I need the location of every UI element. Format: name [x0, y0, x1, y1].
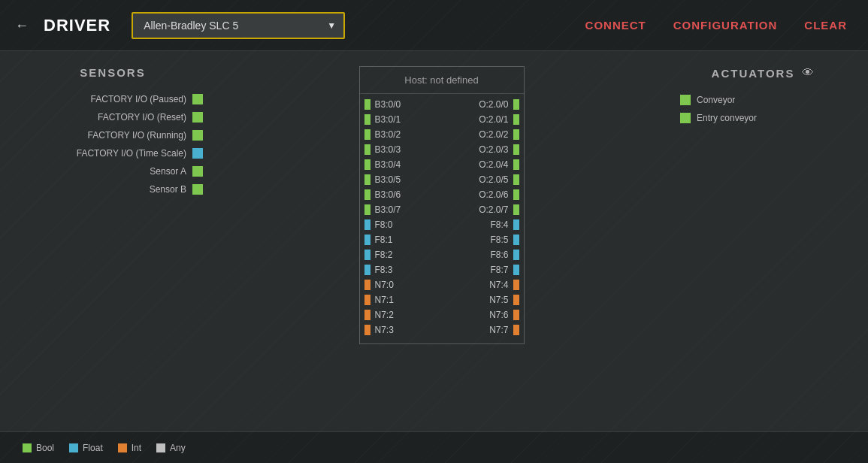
- io-right-indicator: [513, 295, 519, 305]
- io-label-right: F8:7: [443, 265, 512, 275]
- io-label-left: B3:0/0: [372, 99, 441, 110]
- sensor-indicator: [192, 184, 203, 195]
- actuator-label: Entry conveyor: [697, 113, 757, 123]
- driver-select-wrapper: Allen-Bradley SLC 5Allen-Bradley Control…: [132, 12, 345, 39]
- io-row[interactable]: F8:0 F8:4: [360, 217, 524, 232]
- io-right-indicator: [513, 159, 519, 170]
- io-label-right: F8:4: [443, 219, 512, 230]
- legend-item: Float: [69, 443, 103, 453]
- io-left-indicator: [364, 159, 370, 170]
- connect-button[interactable]: CONNECT: [579, 16, 652, 35]
- io-label-right: O:2.0/7: [443, 204, 512, 215]
- legend: Bool Float Int Any: [0, 431, 868, 463]
- back-button[interactable]: ←: [15, 19, 29, 32]
- io-left-indicator: [364, 114, 370, 125]
- sensor-label: Sensor B: [150, 184, 186, 195]
- io-row[interactable]: N7:0 N7:4: [360, 277, 524, 292]
- io-left-indicator: [364, 295, 370, 305]
- io-row[interactable]: B3:0/0 O:2.0/0: [360, 97, 524, 112]
- io-row[interactable]: B3:0/6 O:2.0/6: [360, 187, 524, 202]
- io-host-label: Host: not defined: [360, 67, 524, 94]
- io-row[interactable]: B3:0/4 O:2.0/4: [360, 157, 524, 172]
- io-row[interactable]: N7:3 N7:7: [360, 322, 524, 337]
- io-row[interactable]: B3:0/1 O:2.0/1: [360, 112, 524, 127]
- io-left-indicator: [364, 219, 370, 230]
- sensor-label: FACTORY I/O (Reset): [98, 112, 186, 123]
- io-row[interactable]: N7:1 N7:5: [360, 292, 524, 307]
- legend-items: Bool Float Int Any: [23, 443, 186, 453]
- legend-dot: [156, 443, 165, 452]
- io-label-left: B3:0/2: [372, 129, 441, 140]
- sensor-label: FACTORY I/O (Paused): [91, 94, 186, 104]
- io-label-right: F8:6: [443, 250, 512, 260]
- actuators-title: ACTUATORS: [712, 67, 795, 80]
- io-right-indicator: [513, 310, 519, 320]
- clear-button[interactable]: CLEAR: [798, 16, 853, 35]
- io-label-left: B3:0/4: [372, 159, 441, 170]
- io-label-right: O:2.0/2: [443, 129, 512, 140]
- legend-dot: [118, 443, 127, 452]
- io-row[interactable]: F8:3 F8:7: [360, 262, 524, 277]
- io-label-left: B3:0/6: [372, 189, 441, 200]
- io-right-indicator: [513, 99, 519, 110]
- io-left-indicator: [364, 235, 370, 245]
- io-left-indicator: [364, 310, 370, 320]
- sensor-indicator: [192, 130, 203, 141]
- io-right-indicator: [513, 174, 519, 185]
- io-row[interactable]: F8:2 F8:6: [360, 247, 524, 262]
- legend-label: Float: [83, 443, 103, 453]
- io-right-indicator: [513, 144, 519, 155]
- legend-label: Bool: [36, 443, 54, 453]
- io-row[interactable]: F8:1 F8:5: [360, 232, 524, 247]
- sensor-item: FACTORY I/O (Paused): [23, 94, 203, 104]
- eye-icon[interactable]: 👁: [802, 66, 814, 80]
- legend-item: Int: [118, 443, 141, 453]
- io-left-indicator: [364, 265, 370, 275]
- io-label-right: N7:4: [443, 280, 512, 290]
- io-label-left: B3:0/1: [372, 114, 441, 125]
- legend-label: Any: [170, 443, 186, 453]
- legend-item: Any: [156, 443, 186, 453]
- actuator-label: Conveyor: [697, 95, 735, 105]
- io-left-indicator: [364, 250, 370, 260]
- sensor-item: FACTORY I/O (Reset): [23, 112, 203, 123]
- actuator-indicator: [680, 113, 691, 123]
- legend-dot: [23, 443, 32, 452]
- sensor-indicator: [192, 148, 203, 159]
- actuators-list: Conveyor Entry conveyor: [680, 95, 845, 123]
- io-label-left: N7:1: [372, 295, 441, 305]
- io-right-indicator: [513, 129, 519, 140]
- io-row[interactable]: B3:0/2 O:2.0/2: [360, 127, 524, 142]
- io-row[interactable]: B3:0/3 O:2.0/3: [360, 142, 524, 157]
- io-left-indicator: [364, 144, 370, 155]
- io-rows: B3:0/0 O:2.0/0 B3:0/1 O:2.0/1 B3:0/2 O:2…: [360, 97, 524, 337]
- io-label-left: N7:3: [372, 325, 441, 335]
- sensor-indicator: [192, 112, 203, 123]
- sensors-title: SENSORS: [23, 66, 203, 79]
- sensor-item: Sensor B: [23, 184, 203, 195]
- io-label-left: F8:0: [372, 219, 441, 230]
- center-panel: Host: not defined B3:0/0 O:2.0/0 B3:0/1 …: [218, 66, 665, 416]
- io-label-right: F8:5: [443, 235, 512, 245]
- legend-dot: [69, 443, 78, 452]
- driver-select[interactable]: Allen-Bradley SLC 5Allen-Bradley Control…: [133, 14, 343, 38]
- io-label-right: O:2.0/5: [443, 174, 512, 185]
- io-left-indicator: [364, 174, 370, 185]
- io-label-right: N7:5: [443, 295, 512, 305]
- io-row[interactable]: N7:2 N7:6: [360, 307, 524, 322]
- io-row[interactable]: B3:0/5 O:2.0/5: [360, 172, 524, 187]
- io-label-left: B3:0/5: [372, 174, 441, 185]
- io-label-right: O:2.0/3: [443, 144, 512, 155]
- configuration-button[interactable]: CONFIGURATION: [667, 16, 784, 35]
- sensor-item: FACTORY I/O (Time Scale): [23, 148, 203, 159]
- io-left-indicator: [364, 325, 370, 335]
- io-left-indicator: [364, 280, 370, 290]
- io-label-right: N7:6: [443, 310, 512, 320]
- io-label-left: N7:0: [372, 280, 441, 290]
- sensor-label: FACTORY I/O (Time Scale): [77, 148, 186, 159]
- sensors-list: FACTORY I/O (Paused) FACTORY I/O (Reset)…: [23, 94, 203, 195]
- io-row[interactable]: B3:0/7 O:2.0/7: [360, 202, 524, 217]
- io-right-indicator: [513, 265, 519, 275]
- io-label-left: F8:2: [372, 250, 441, 260]
- io-label-left: B3:0/3: [372, 144, 441, 155]
